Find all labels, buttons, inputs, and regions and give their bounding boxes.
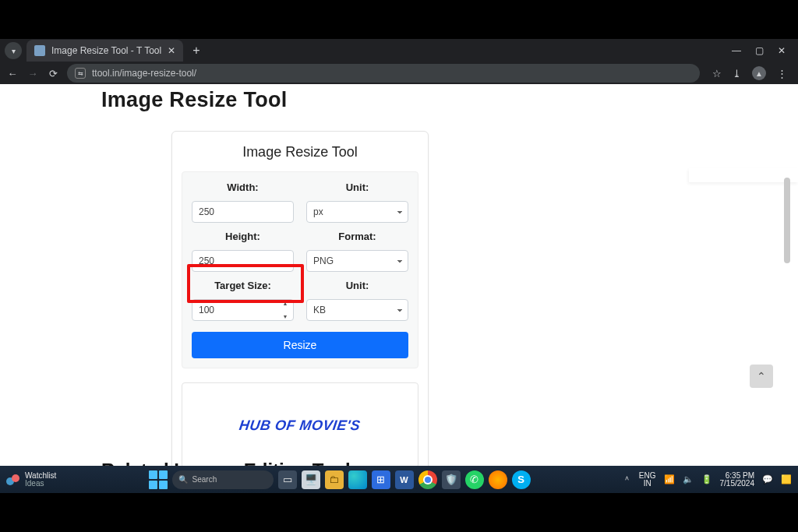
chrome-icon[interactable]	[418, 470, 437, 489]
tab-close-icon[interactable]: ✕	[168, 45, 175, 56]
letterbox-top	[0, 0, 798, 39]
language-indicator[interactable]: ENG IN	[639, 472, 656, 488]
back-button[interactable]: ←	[6, 68, 19, 79]
resize-tool-card: Image Resize Tool Width: Unit: px Height…	[171, 131, 429, 466]
word-icon[interactable]: W	[395, 470, 414, 489]
site-info-icon[interactable]: ⇆	[75, 68, 86, 79]
url-text: ttool.in/image-resize-tool/	[92, 68, 196, 79]
firefox-icon[interactable]	[489, 470, 507, 489]
start-button[interactable]	[149, 470, 168, 489]
related-tools-heading: Related Images Editing Tool	[101, 460, 429, 466]
height-input[interactable]	[192, 250, 294, 272]
bookmark-icon[interactable]: ☆	[712, 68, 722, 79]
taskbar: Watchlist Ideas 🔍 Search ▭ 🖥️ 🗀 ⊞ W 🛡️ ✆…	[0, 466, 798, 493]
taskbar-search[interactable]: 🔍 Search	[172, 470, 274, 489]
close-window-button[interactable]: ✕	[778, 45, 786, 56]
taskbar-app-1[interactable]: 🖥️	[302, 470, 320, 489]
window-controls: — ▢ ✕	[732, 45, 793, 56]
task-view-icon[interactable]: ▭	[278, 470, 297, 489]
tray-extra-icon[interactable]: 🟨	[781, 474, 792, 484]
taskbar-app-2[interactable]: 🛡️	[442, 470, 461, 489]
resize-form: Width: Unit: px Height: Format: PNG Targ…	[182, 171, 418, 368]
unit1-select[interactable]: px	[306, 201, 408, 223]
tab-title: Image Resize Tool - T Tool	[51, 45, 161, 56]
system-tray: ＾ ENG IN 📶 🔈 🔋 6:35 PM 7/15/2024 💬 🟨	[623, 472, 792, 488]
browser-tab[interactable]: Image Resize Tool - T Tool ✕	[26, 40, 183, 62]
minimize-button[interactable]: —	[732, 45, 741, 56]
height-label: Height:	[192, 231, 294, 242]
target-size-label: Target Size:	[192, 280, 294, 291]
sidebar-widget	[689, 168, 798, 182]
tray-chevron-icon[interactable]: ＾	[623, 474, 631, 485]
address-bar-row: ← → ⟳ ⇆ ttool.in/image-resize-tool/ ☆ ⤓ …	[0, 62, 798, 84]
resize-button[interactable]: Resize	[192, 332, 408, 358]
preview-text: HUB OF MOVIE'S	[238, 417, 362, 434]
notifications-icon[interactable]: 💬	[762, 474, 773, 484]
search-placeholder: Search	[192, 475, 217, 484]
unit1-label: Unit:	[306, 181, 408, 193]
scrollbar-thumb[interactable]	[784, 178, 790, 263]
widget-title: Watchlist	[25, 472, 56, 480]
taskbar-center: 🔍 Search ▭ 🖥️ 🗀 ⊞ W 🛡️ ✆ S	[56, 470, 623, 489]
unit2-label: Unit:	[306, 280, 408, 291]
taskbar-widgets[interactable]: Watchlist Ideas	[6, 472, 56, 488]
width-input[interactable]	[192, 201, 294, 223]
whatsapp-icon[interactable]: ✆	[465, 470, 484, 489]
letterbox-bottom	[0, 493, 798, 532]
forward-button[interactable]: →	[26, 68, 39, 79]
search-icon: 🔍	[178, 475, 188, 484]
width-label: Width:	[192, 181, 294, 193]
format-label: Format:	[306, 231, 408, 242]
tab-bar: ▾ Image Resize Tool - T Tool ✕ + — ▢ ✕	[0, 39, 798, 62]
wifi-icon[interactable]: 📶	[664, 474, 675, 484]
image-preview: HUB OF MOVIE'S	[182, 382, 418, 466]
format-select[interactable]: PNG	[306, 250, 408, 272]
download-icon[interactable]: ⤓	[733, 68, 741, 79]
store-icon[interactable]: ⊞	[372, 470, 390, 489]
reload-button[interactable]: ⟳	[47, 68, 59, 79]
clock[interactable]: 6:35 PM 7/15/2024	[720, 472, 755, 488]
page-viewport: Image Resize Tool Image Resize Tool Widt…	[0, 84, 798, 466]
unit2-select[interactable]: KB	[306, 299, 408, 321]
scroll-to-top-button[interactable]: ⌃	[750, 365, 773, 388]
profile-avatar[interactable]: ▲	[752, 66, 766, 80]
card-title: Image Resize Tool	[182, 144, 418, 160]
number-spinner[interactable]: ▲▼	[280, 301, 291, 319]
new-tab-button[interactable]: +	[188, 44, 204, 58]
skype-icon[interactable]: S	[512, 470, 531, 489]
tab-search-button[interactable]: ▾	[5, 42, 22, 59]
widgets-icon	[6, 473, 20, 487]
page-title: Image Resize Tool	[101, 88, 701, 112]
volume-icon[interactable]: 🔈	[683, 474, 694, 484]
menu-icon[interactable]: ⋮	[777, 68, 787, 79]
file-explorer-icon[interactable]: 🗀	[325, 470, 344, 489]
maximize-button[interactable]: ▢	[755, 45, 764, 56]
address-bar[interactable]: ⇆ ttool.in/image-resize-tool/	[67, 64, 700, 83]
browser-chrome: ▾ Image Resize Tool - T Tool ✕ + — ▢ ✕ ←…	[0, 39, 798, 84]
widget-subtitle: Ideas	[25, 480, 56, 488]
edge-icon[interactable]	[348, 470, 367, 489]
target-size-input[interactable]	[192, 299, 294, 321]
favicon	[34, 45, 45, 56]
battery-icon[interactable]: 🔋	[701, 474, 712, 484]
